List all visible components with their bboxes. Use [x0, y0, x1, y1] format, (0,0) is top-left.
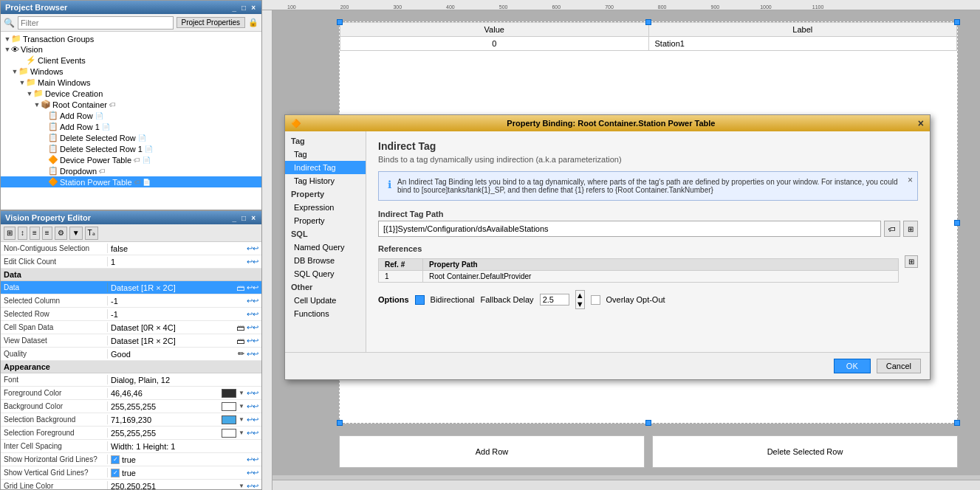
refs-table: Ref. # Property Path 1 Root Container.De… [378, 258, 899, 283]
refs-label: References [378, 244, 918, 253]
bidirectional-checkbox[interactable] [415, 295, 425, 305]
ok-button[interactable]: OK [834, 359, 871, 373]
property-binding-dialog: 🔶 Property Binding: Root Container.Stati… [284, 114, 931, 380]
fallback-delay-label: Fallback Delay [480, 295, 533, 304]
spinner-down[interactable]: ▼ [576, 300, 584, 308]
dialog-footer: OK Cancel [285, 352, 930, 379]
path-expand-btn[interactable]: ⊞ [903, 221, 918, 237]
options-row: Options Bidirectional Fallback Delay ▲ ▼… [378, 290, 918, 309]
overlay-opt-out-checkbox[interactable] [591, 295, 600, 305]
sidebar-item-named-query[interactable]: Named Query [285, 241, 366, 254]
refs-num: 1 [379, 271, 423, 283]
sidebar-item-cell-update[interactable]: Cell Update [285, 294, 366, 307]
path-label: Indirect Tag Path [378, 210, 918, 218]
sidebar-item-sql-query[interactable]: SQL Query [285, 267, 366, 280]
sidebar-item-property[interactable]: Property [285, 214, 366, 227]
dialog-title-text: Property Binding: Root Container.Station… [507, 119, 715, 128]
sidebar-section-tag: Tag [285, 134, 366, 148]
dialog-body: Tag Tag Indirect Tag Tag History Propert… [285, 131, 930, 352]
sidebar-section-sql: SQL [285, 227, 366, 241]
refs-add-btn[interactable]: ⊞ [905, 255, 918, 268]
spinner-up[interactable]: ▲ [576, 291, 584, 300]
path-tag-browse-btn[interactable]: 🏷 [884, 221, 900, 237]
path-input[interactable] [378, 221, 881, 237]
dialog-sidebar: Tag Tag Indirect Tag Tag History Propert… [285, 131, 366, 352]
info-icon: ℹ [388, 179, 391, 194]
fallback-delay-input[interactable] [540, 294, 569, 306]
sidebar-item-tag-history[interactable]: Tag History [285, 174, 366, 187]
bidirectional-label: Bidirectional [431, 295, 475, 304]
dialog-main-subtitle: Binds to a tag dynamically using indirec… [378, 155, 918, 164]
sidebar-section-other: Other [285, 280, 366, 294]
dialog-close-button[interactable]: × [918, 117, 924, 129]
spinner-control[interactable]: ▲ ▼ [575, 290, 585, 309]
dialog-overlay: 🔶 Property Binding: Root Container.Stati… [0, 0, 980, 490]
sidebar-item-indirect-tag[interactable]: Indirect Tag [285, 161, 366, 174]
refs-container: Ref. # Property Path 1 Root Container.De… [378, 255, 918, 283]
cancel-button[interactable]: Cancel [877, 359, 921, 373]
refs-path: Root Container.DefaultProvider [423, 271, 899, 283]
refs-row: 1 Root Container.DefaultProvider [379, 271, 899, 283]
dialog-title: 🔶 Property Binding: Root Container.Stati… [285, 115, 930, 131]
refs-field-group: References Ref. # Property Path [378, 244, 918, 283]
info-box: ℹ An Indirect Tag Binding lets you bind … [378, 171, 918, 201]
sidebar-item-functions[interactable]: Functions [285, 307, 366, 320]
sidebar-item-db-browse[interactable]: DB Browse [285, 254, 366, 267]
dialog-main-title: Indirect Tag [378, 140, 918, 152]
info-text: An Indirect Tag Binding lets you bind to… [397, 178, 908, 194]
sidebar-section-property: Property [285, 187, 366, 201]
dialog-title-icon: 🔶 [291, 119, 301, 128]
refs-header-path: Property Path [423, 259, 899, 271]
info-close-button[interactable]: × [908, 175, 913, 185]
options-label: Options [378, 295, 409, 304]
dialog-main: Indirect Tag Binds to a tag dynamically … [366, 131, 930, 352]
path-field-group: Indirect Tag Path 🏷 ⊞ [378, 210, 918, 237]
sidebar-item-tag[interactable]: Tag [285, 148, 366, 161]
refs-header-num: Ref. # [379, 259, 423, 271]
sidebar-item-expression[interactable]: Expression [285, 201, 366, 214]
path-field-row: 🏷 ⊞ [378, 221, 918, 237]
overlay-opt-out-label: Overlay Opt-Out [606, 295, 665, 304]
